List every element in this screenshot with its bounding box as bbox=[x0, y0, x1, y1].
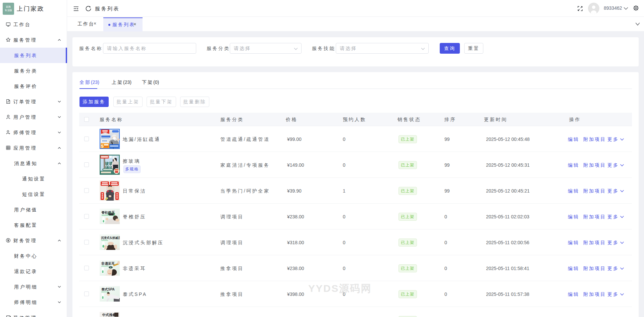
svg-text:泰式SPA: 泰式SPA bbox=[101, 287, 115, 291]
svg-text:5: 5 bbox=[101, 144, 104, 149]
svg-text:非遗采耳: 非遗采耳 bbox=[101, 262, 115, 265]
svg-text:沉浸式头部减压: 沉浸式头部减压 bbox=[101, 236, 120, 240]
svg-text:脊柱舒压: 脊柱舒压 bbox=[101, 211, 115, 214]
svg-text:中式推拿: 中式推拿 bbox=[102, 313, 116, 317]
